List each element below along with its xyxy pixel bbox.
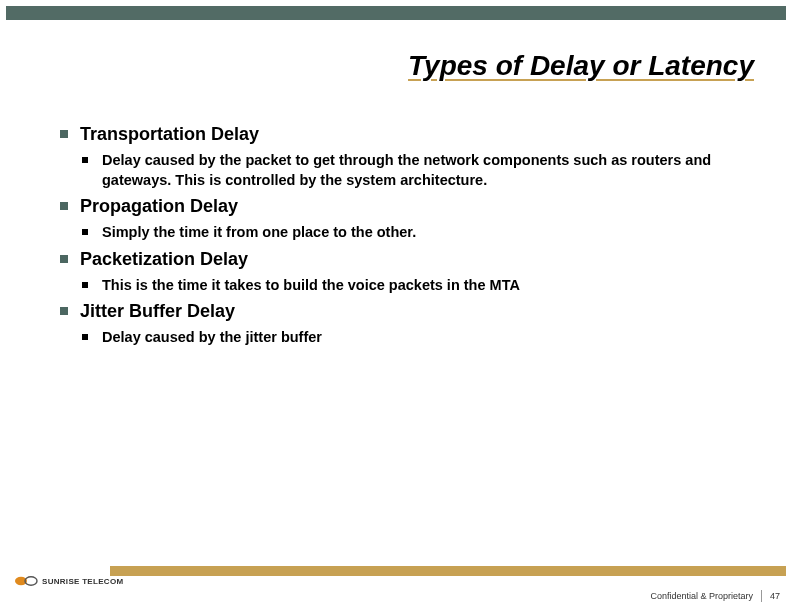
page-number: 47	[770, 591, 780, 601]
header-bar	[6, 6, 786, 20]
slide-title: Types of Delay or Latency	[0, 50, 754, 82]
logo-icon	[14, 574, 38, 588]
sub-bullet: This is the time it takes to build the v…	[82, 276, 752, 296]
footer-separator	[761, 590, 762, 602]
bullet-propagation-delay: Propagation Delay	[60, 196, 752, 217]
sub-bullet: Simply the time it from one place to the…	[82, 223, 752, 243]
sub-bullet: Delay caused by the packet to get throug…	[82, 151, 752, 190]
logo: SUNRISE TELECOM	[14, 574, 123, 588]
footer-right: Confidential & Proprietary 47	[650, 590, 780, 602]
confidential-label: Confidential & Proprietary	[650, 591, 753, 601]
slide-body: Transportation Delay Delay caused by the…	[60, 118, 752, 352]
sub-bullet: Delay caused by the jitter buffer	[82, 328, 752, 348]
footer-accent-bar	[110, 566, 786, 576]
bullet-jitter-buffer-delay: Jitter Buffer Delay	[60, 301, 752, 322]
bullet-packetization-delay: Packetization Delay	[60, 249, 752, 270]
bullet-transportation-delay: Transportation Delay	[60, 124, 752, 145]
logo-text: SUNRISE TELECOM	[42, 577, 123, 586]
